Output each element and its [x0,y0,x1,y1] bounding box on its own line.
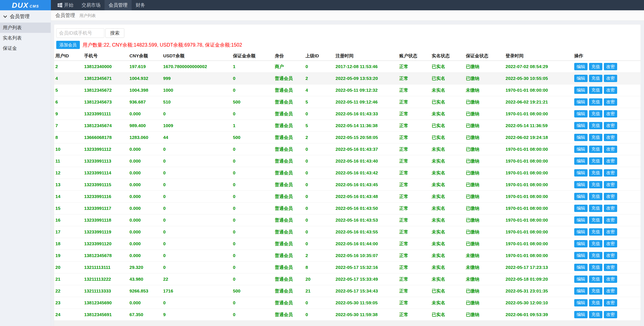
nav-item-start[interactable]: 开始 [54,0,78,10]
recharge-button[interactable]: 充值 [589,122,602,129]
change-password-button[interactable]: 改密 [604,122,617,129]
recharge-button[interactable]: 充值 [589,240,602,247]
cell-actions: 编辑充值改密 [573,167,641,179]
edit-button[interactable]: 编辑 [574,87,588,94]
change-password-button[interactable]: 改密 [604,98,617,106]
cell-reg: 2022-05-16 01:43:53 [334,214,398,226]
recharge-button[interactable]: 充值 [589,264,602,271]
add-member-button[interactable]: 添加会员 [56,41,80,49]
change-password-button[interactable]: 改密 [604,311,617,318]
edit-button[interactable]: 编辑 [574,98,588,106]
edit-button[interactable]: 编辑 [574,181,588,188]
sidebar-item-realname-list[interactable]: 实名列表 [0,33,51,43]
change-password-button[interactable]: 改密 [604,181,617,188]
cell-cny: 0.000 [128,202,162,214]
table-row: 11132339911130.00000普通会员02022-05-16 01:4… [54,155,641,167]
cell-parent: 0 [304,143,334,155]
recharge-button[interactable]: 充值 [589,110,602,118]
recharge-button[interactable]: 充值 [589,193,602,200]
change-password-button[interactable]: 改密 [604,287,617,295]
cell-real: 未实名 [430,155,464,167]
edit-button[interactable]: 编辑 [574,299,588,306]
cell-phone: 13233991111 [83,108,128,120]
edit-button[interactable]: 编辑 [574,122,588,129]
edit-button[interactable]: 编辑 [574,228,588,236]
recharge-button[interactable]: 充值 [589,252,602,259]
recharge-button[interactable]: 充值 [589,287,602,295]
cell-dep_status: 已缴纳 [464,167,504,179]
table-row: 10132339911120.00000普通会员02022-05-16 01:4… [54,143,641,155]
recharge-button[interactable]: 充值 [589,146,602,153]
edit-button[interactable]: 编辑 [574,287,588,295]
change-password-button[interactable]: 改密 [604,193,617,200]
change-password-button[interactable]: 改密 [604,205,617,212]
cell-phone: 13233991117 [83,202,128,214]
cell-actions: 编辑充值改密 [573,238,641,249]
recharge-button[interactable]: 充值 [589,169,602,177]
edit-button[interactable]: 编辑 [574,157,588,165]
change-password-button[interactable]: 改密 [604,216,617,224]
sidebar-item-user-list[interactable]: 用户列表 [0,23,51,33]
edit-button[interactable]: 编辑 [574,264,588,271]
search-button[interactable]: 搜索 [106,28,124,38]
sidebar-item-deposit[interactable]: 保证金 [0,43,51,54]
recharge-button[interactable]: 充值 [589,157,602,165]
change-password-button[interactable]: 改密 [604,275,617,283]
edit-button[interactable]: 编辑 [574,240,588,247]
cell-role: 普通会员 [274,167,304,179]
cell-cny: 0.000 [128,179,162,190]
recharge-button[interactable]: 充值 [589,299,602,306]
cell-reg: 2022-05-16 01:43:48 [334,190,398,202]
edit-button[interactable]: 编辑 [574,63,588,70]
recharge-button[interactable]: 充值 [589,228,602,236]
recharge-button[interactable]: 充值 [589,98,602,106]
edit-button[interactable]: 编辑 [574,75,588,82]
recharge-button[interactable]: 充值 [589,87,602,94]
recharge-button[interactable]: 充值 [589,275,602,283]
edit-button[interactable]: 编辑 [574,169,588,177]
cell-id: 2 [54,61,83,72]
sidebar-group-member-management[interactable]: 会员管理 [0,10,51,23]
edit-button[interactable]: 编辑 [574,134,588,141]
change-password-button[interactable]: 改密 [604,264,617,271]
cell-real: 未实名 [430,249,464,261]
edit-button[interactable]: 编辑 [574,311,588,318]
cell-phone: 13233991114 [83,167,128,179]
change-password-button[interactable]: 改密 [604,87,617,94]
change-password-button[interactable]: 改密 [604,299,617,306]
edit-button[interactable]: 编辑 [574,110,588,118]
change-password-button[interactable]: 改密 [604,146,617,153]
change-password-button[interactable]: 改密 [604,240,617,247]
change-password-button[interactable]: 改密 [604,252,617,259]
change-password-button[interactable]: 改密 [604,169,617,177]
cell-parent: 0 [304,190,334,202]
cell-id: 20 [54,261,83,273]
change-password-button[interactable]: 改密 [604,228,617,236]
change-password-button[interactable]: 改密 [604,134,617,141]
edit-button[interactable]: 编辑 [574,252,588,259]
search-input[interactable] [56,28,104,38]
edit-button[interactable]: 编辑 [574,146,588,153]
edit-button[interactable]: 编辑 [574,193,588,200]
recharge-button[interactable]: 充值 [589,181,602,188]
recharge-button[interactable]: 充值 [589,63,602,70]
change-password-button[interactable]: 改密 [604,157,617,165]
edit-button[interactable]: 编辑 [574,205,588,212]
change-password-button[interactable]: 改密 [604,63,617,70]
cell-actions: 编辑充值改密 [573,108,641,120]
nav-item-market[interactable]: 交易市场 [78,0,104,10]
change-password-button[interactable]: 改密 [604,75,617,82]
recharge-button[interactable]: 充值 [589,75,602,82]
recharge-button[interactable]: 充值 [589,311,602,318]
cell-deposit: 0 [232,297,274,308]
recharge-button[interactable]: 充值 [589,216,602,224]
cell-login: 1970-01-01 08:00:00 [504,238,573,249]
edit-button[interactable]: 编辑 [574,275,588,283]
edit-button[interactable]: 编辑 [574,216,588,224]
nav-item-members[interactable]: 会员管理 [104,0,132,10]
change-password-button[interactable]: 改密 [604,110,617,118]
recharge-button[interactable]: 充值 [589,205,602,212]
recharge-button[interactable]: 充值 [589,134,602,141]
cell-id: 18 [54,238,83,249]
nav-item-finance[interactable]: 财务 [132,0,149,10]
